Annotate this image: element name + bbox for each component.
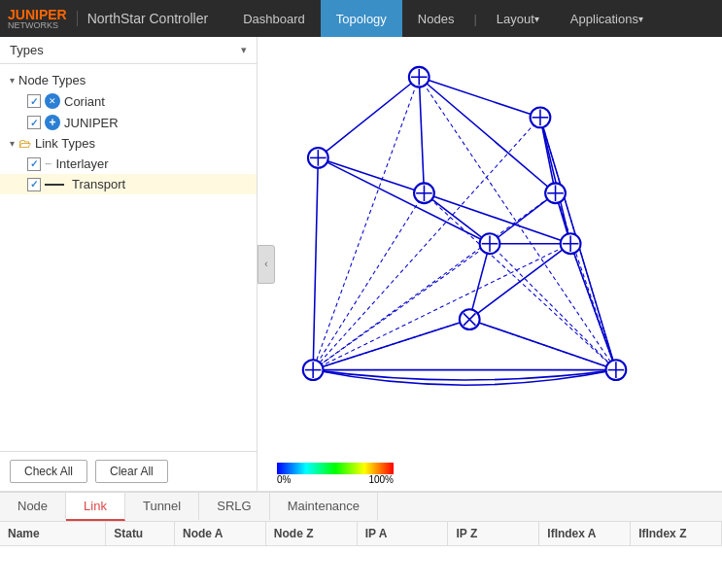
col-ip-z: IP Z [448, 522, 539, 545]
sidebar-title: Types [10, 43, 44, 57]
legend-min: 0% [277, 474, 291, 485]
clear-all-button[interactable]: Clear All [95, 460, 168, 483]
tab-node[interactable]: Node [0, 493, 66, 521]
transport-label: Transport [72, 177, 125, 191]
logo-text: JUNIPER [8, 8, 67, 21]
link-types-chevron[interactable]: ▾ [10, 138, 15, 149]
bottom-panel: Node Link Tunnel SRLG Maintenance Name S… [0, 491, 722, 588]
svg-line-0 [313, 244, 490, 370]
main-area: Types ▾ ▾ Node Types Coriant JUNIPER ▾ [0, 37, 722, 491]
nav-layout[interactable]: Layout [481, 0, 555, 37]
col-ip-a: IP A [358, 522, 449, 545]
sidebar-dropdown-icon[interactable]: ▾ [241, 44, 247, 56]
node-types-group: ▾ Node Types [0, 70, 257, 90]
juniper-icon [45, 115, 60, 130]
node-type-coriant[interactable]: Coriant [0, 90, 257, 112]
interlayer-label: Interlayer [55, 156, 108, 171]
canvas-area: ‹ [258, 37, 722, 491]
legend-bar: 0% 100% [277, 463, 394, 485]
interlayer-icon: · · · · [45, 158, 50, 169]
tab-bar: Node Link Tunnel SRLG Maintenance [0, 493, 722, 522]
node-types-chevron[interactable]: ▾ [10, 75, 15, 86]
svg-line-4 [313, 193, 424, 370]
coriant-label: Coriant [64, 94, 105, 109]
svg-line-27 [469, 244, 570, 320]
node-type-juniper[interactable]: JUNIPER [0, 112, 257, 133]
tab-tunnel[interactable]: Tunnel [125, 493, 199, 521]
nav-sep: | [469, 12, 480, 26]
nav-topology[interactable]: Topology [321, 0, 402, 37]
svg-line-33 [313, 157, 318, 369]
col-node-a: Node A [175, 522, 266, 545]
top-nav: JUNIPER NETWORKS NorthStar Controller Da… [0, 0, 722, 37]
nav-items: Dashboard Topology Nodes | Layout Applic… [227, 0, 714, 37]
col-ifindex-z: IfIndex Z [631, 522, 722, 545]
svg-line-30 [469, 320, 616, 370]
transport-icon [45, 184, 64, 186]
tab-link[interactable]: Link [66, 493, 125, 521]
tab-maintenance[interactable]: Maintenance [270, 493, 378, 521]
transport-checkbox[interactable] [27, 178, 41, 191]
interlayer-checkbox[interactable] [27, 157, 41, 171]
col-name: Name [0, 522, 106, 545]
col-node-z: Node Z [266, 522, 358, 545]
svg-line-2 [313, 244, 570, 370]
svg-line-17 [419, 77, 424, 193]
link-types-group: ▾ 🗁 Link Types [0, 133, 257, 154]
legend-labels: 0% 100% [277, 474, 394, 485]
link-type-interlayer[interactable]: · · · · Interlayer [0, 154, 257, 174]
sidebar: Types ▾ ▾ Node Types Coriant JUNIPER ▾ [0, 37, 258, 491]
sidebar-header: Types ▾ [0, 37, 257, 64]
folder-icon: 🗁 [18, 136, 31, 151]
sidebar-content: ▾ Node Types Coriant JUNIPER ▾ 🗁 Link Ty… [0, 64, 257, 451]
svg-line-29 [313, 320, 469, 370]
tab-srlg[interactable]: SRLG [199, 493, 269, 521]
coriant-checkbox[interactable] [27, 94, 41, 108]
check-all-button[interactable]: Check All [10, 460, 87, 483]
svg-line-21 [318, 157, 490, 243]
svg-line-32 [570, 244, 616, 370]
coriant-icon [45, 93, 60, 109]
link-types-label: Link Types [35, 136, 95, 151]
topology-svg [258, 37, 722, 491]
svg-line-20 [318, 157, 424, 192]
collapse-handle[interactable]: ‹ [258, 245, 275, 284]
svg-line-19 [540, 118, 570, 244]
logo-sub: NETWORKS [8, 21, 67, 30]
nav-applications[interactable]: Applications [555, 0, 659, 37]
svg-line-26 [469, 244, 490, 320]
sidebar-footer: Check All Clear All [0, 451, 257, 491]
legend-gradient [277, 463, 394, 474]
table-header: Name Statu Node A Node Z IP A IP Z IfInd… [0, 522, 722, 546]
logo-area: JUNIPER NETWORKS [8, 8, 67, 30]
nav-dashboard[interactable]: Dashboard [227, 0, 321, 37]
col-ifindex-a: IfIndex A [539, 522, 631, 545]
nav-nodes[interactable]: Nodes [402, 0, 470, 37]
link-type-transport[interactable]: Transport [0, 174, 257, 194]
node-types-label: Node Types [18, 73, 86, 87]
app-title: NorthStar Controller [77, 11, 209, 26]
juniper-checkbox[interactable] [27, 116, 41, 129]
svg-line-14 [419, 77, 540, 118]
juniper-label: JUNIPER [64, 116, 119, 130]
col-status: Statu [106, 522, 175, 545]
legend-max: 100% [368, 474, 394, 485]
